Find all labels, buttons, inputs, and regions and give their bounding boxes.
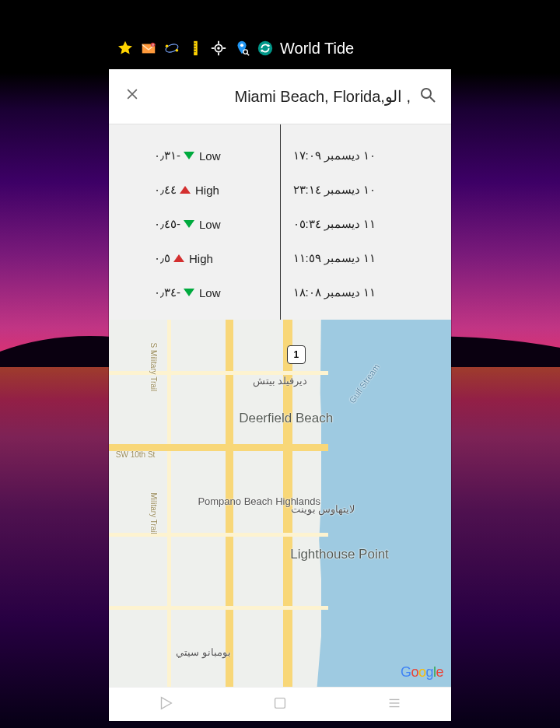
tide-time: ١١ ديسمبر ١١:٥٩ xyxy=(281,241,452,275)
tide-time: ١٠ ديسمبر ٢٣:١٤ xyxy=(281,173,452,207)
triangle-down-icon xyxy=(184,289,194,296)
svg-point-11 xyxy=(217,47,220,50)
mail-icon[interactable]: @ xyxy=(138,38,159,58)
svg-point-3 xyxy=(166,44,169,47)
tide-row: ٠٫٣١- Low xyxy=(109,138,280,173)
map-label: ديرفيلد بيتش xyxy=(253,375,308,387)
recents-button[interactable] xyxy=(386,695,403,715)
svg-point-19 xyxy=(258,41,272,55)
tide-label: High xyxy=(189,252,213,265)
svg-line-18 xyxy=(247,53,249,55)
orbit-icon[interactable] xyxy=(162,38,182,58)
tide-value: ٠٫٤٤ xyxy=(154,183,177,197)
sync-icon[interactable] xyxy=(255,38,275,58)
map-label: SW 10th St xyxy=(116,450,156,459)
tide-label: High xyxy=(195,184,219,197)
triangle-up-icon xyxy=(180,186,191,194)
triangle-down-icon xyxy=(184,152,194,159)
map-label: S Military Trail xyxy=(149,342,158,391)
close-icon[interactable] xyxy=(120,86,145,107)
google-attribution: Google xyxy=(401,664,443,681)
map-label: Lighthouse Point xyxy=(290,548,360,562)
map-label: Pompano Beach Highlands xyxy=(198,496,268,508)
map-view[interactable]: 1 ديرفيلد بيتش Deerfield Beach Pompano B… xyxy=(109,320,451,687)
svg-point-16 xyxy=(240,44,243,47)
svg-line-21 xyxy=(430,97,435,102)
tide-values-column: ٠٫٣١- Low ٠٫٤٤ High ٠٫٤٥- Low ٠٫٥ High ٠… xyxy=(109,124,281,320)
status-bar: @ World Tide xyxy=(109,27,451,69)
tide-time: ١٠ ديسمبر ١٧:٠٩ xyxy=(281,138,452,173)
tide-label: Low xyxy=(199,218,221,231)
tide-times-column: ١٠ ديسمبر ١٧:٠٩ ١٠ ديسمبر ٢٣:١٤ ١١ ديسمب… xyxy=(281,124,452,320)
tide-table: ٠٫٣١- Low ٠٫٤٤ High ٠٫٤٥- Low ٠٫٥ High ٠… xyxy=(109,124,451,320)
search-bar: , الو,Miami Beach, Florida xyxy=(109,69,451,124)
location-search-icon[interactable] xyxy=(232,38,252,58)
svg-rect-22 xyxy=(275,698,285,708)
app-title: World Tide xyxy=(280,40,354,58)
tide-time: ١١ ديسمبر ٠٥:٣٤ xyxy=(281,207,452,241)
svg-text:@: @ xyxy=(152,44,155,47)
map-label: لايتهاوس بوينت xyxy=(300,503,355,516)
svg-point-2 xyxy=(165,43,180,54)
svg-point-20 xyxy=(422,89,431,98)
tide-value: ٠٫٣٤- xyxy=(154,285,180,299)
map-label: بومبانو سيتي xyxy=(184,646,231,659)
tide-row: ٠٫٤٥- Low xyxy=(109,207,280,241)
tide-label: Low xyxy=(199,149,221,163)
svg-point-4 xyxy=(176,49,179,52)
device-frame: @ World Tide , الو,Miami Beach, Florida xyxy=(109,27,451,721)
gps-target-icon[interactable] xyxy=(208,38,229,58)
tide-row: ٠٫٥ High xyxy=(109,241,280,275)
triangle-up-icon xyxy=(173,254,184,262)
tide-value: ٠٫٣١- xyxy=(154,149,180,163)
ruler-icon[interactable] xyxy=(185,38,205,58)
map-label: Deerfield Beach xyxy=(239,411,333,426)
tide-row: ٠٫٤٤ High xyxy=(109,173,280,207)
home-button[interactable] xyxy=(271,695,289,715)
location-input[interactable]: , الو,Miami Beach, Florida xyxy=(149,87,411,106)
android-nav-bar xyxy=(109,687,451,721)
tide-value: ٠٫٤٥- xyxy=(154,217,180,231)
map-label: Military Trail xyxy=(149,493,158,534)
star-icon[interactable] xyxy=(115,38,135,58)
tide-label: Low xyxy=(199,286,221,299)
tide-value: ٠٫٥ xyxy=(154,251,170,265)
tide-row: ٠٫٣٤- Low xyxy=(109,275,280,310)
tide-time: ١١ ديسمبر ١٨:٠٨ xyxy=(281,275,452,310)
route-shield: 1 xyxy=(287,345,306,364)
triangle-down-icon xyxy=(184,220,194,228)
search-icon[interactable] xyxy=(415,86,440,107)
back-button[interactable] xyxy=(157,695,174,715)
